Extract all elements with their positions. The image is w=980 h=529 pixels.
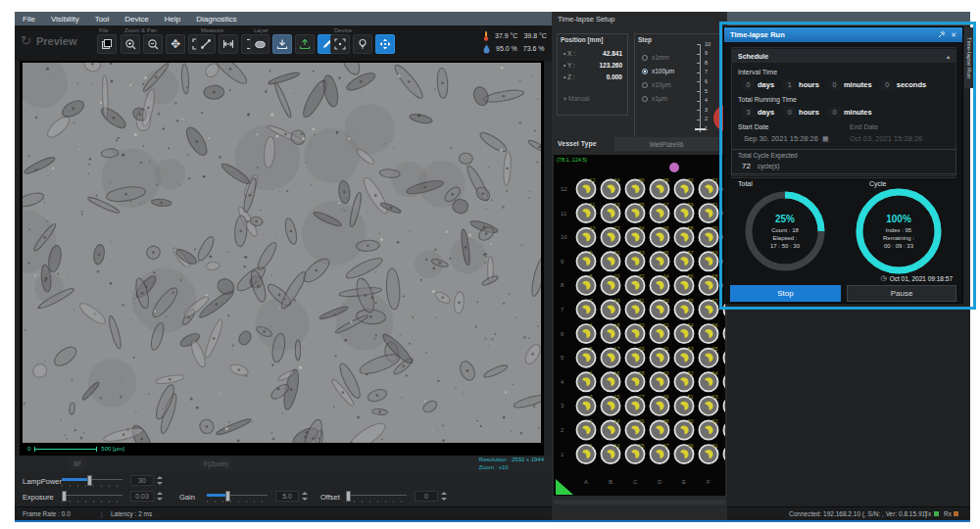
pause-button[interactable]: Pause <box>847 285 956 302</box>
ellipse-tool-button[interactable] <box>250 34 270 54</box>
zoom-in-icon <box>124 38 137 51</box>
focus-button[interactable] <box>330 34 350 54</box>
lamp-power-value[interactable]: 30 <box>130 475 154 486</box>
interval-minutes-field[interactable]: 0 <box>828 79 841 90</box>
well-plate-grid[interactable]: 1211109876543212423222120191817161514133… <box>554 155 725 496</box>
running-days-field[interactable]: 3 <box>742 107 755 118</box>
channel-tab-fzoom[interactable]: F(Zoom) <box>199 458 233 469</box>
resolution-readout: Resolution : 2592 x 1944 Zoom : x10 <box>479 457 544 471</box>
screenshot-canvas: File Visibility Tool Device Help Diagnos… <box>0 0 980 529</box>
collapse-arrow-icon[interactable]: ▴ <box>947 53 950 60</box>
group-label-measure: Measure <box>201 27 223 33</box>
offset-value[interactable]: 0 <box>415 491 438 502</box>
acquisition-controls: LampPower 30 Exposure 0.03 Gain 5.0 Offs… <box>15 472 552 506</box>
interval-hours-field[interactable]: 1 <box>783 79 796 90</box>
step-option-1um[interactable]: x1μm <box>642 95 667 102</box>
exposure-value[interactable]: 0.03 <box>130 491 154 502</box>
step-option-1mm[interactable]: x1mm <box>642 54 669 61</box>
group-label-device: Device <box>334 27 352 33</box>
running-minutes-field[interactable]: 0 <box>828 107 841 118</box>
gain-spinner[interactable] <box>301 491 309 502</box>
snapshot-button[interactable] <box>97 34 117 54</box>
timelapse-run-side-tab[interactable]: Time-lapse Run <box>964 27 974 88</box>
svg-text:3: 3 <box>561 403 564 409</box>
svg-text:38: 38 <box>663 418 669 424</box>
tx-label: Tx <box>924 510 931 517</box>
layer-import-button[interactable] <box>272 34 292 54</box>
menu-file[interactable]: File <box>23 15 35 24</box>
svg-text:5: 5 <box>561 355 564 361</box>
menu-device[interactable]: Device <box>124 15 148 24</box>
step-option-100um[interactable]: x100μm <box>642 68 674 74</box>
layer-export-button[interactable] <box>295 34 315 54</box>
position-x-value: 42.841 <box>603 50 622 57</box>
connection-status: Connected: 192.168.2.10 (, S/N: , Ver: 0… <box>789 510 927 517</box>
interval-seconds-field[interactable]: 0 <box>881 79 894 90</box>
gain-value[interactable]: 5.0 <box>275 491 299 502</box>
radio-icon <box>642 55 648 61</box>
close-icon[interactable]: ✕ <box>951 31 956 39</box>
interval-days-field[interactable]: 0 <box>742 79 755 90</box>
stage-move-button[interactable] <box>375 34 395 54</box>
channel-tab-bf[interactable]: BF <box>69 458 86 469</box>
measure-line-button[interactable] <box>196 34 216 54</box>
zoom-out-button[interactable] <box>143 34 163 54</box>
scale-bar: 0 500 [μm] <box>27 444 124 454</box>
svg-text:64: 64 <box>712 370 718 376</box>
layer-up-icon <box>299 38 311 50</box>
total-elapsed-label: Elapsed : <box>772 234 797 242</box>
menu-diagnostics[interactable]: Diagnostics <box>196 15 236 24</box>
lamp-power-slider[interactable] <box>62 475 122 485</box>
offset-slider[interactable] <box>346 491 407 501</box>
running-hours-field[interactable]: 0 <box>783 107 796 118</box>
divider <box>731 177 956 178</box>
quad-arrows-icon <box>379 38 391 50</box>
step-option-10um[interactable]: x10μm <box>642 81 671 88</box>
pin-icon[interactable] <box>938 30 946 39</box>
svg-text:31: 31 <box>639 298 645 304</box>
svg-text:34: 34 <box>639 225 645 231</box>
svg-text:4: 4 <box>561 379 564 385</box>
calendar-icon[interactable]: ▦ <box>822 135 829 142</box>
exposure-slider[interactable] <box>62 491 122 501</box>
menu-tool[interactable]: Tool <box>95 15 110 24</box>
svg-text:12: 12 <box>590 177 596 183</box>
preview-button[interactable]: ↻ Preview <box>21 33 77 48</box>
exposure-spinner[interactable] <box>156 491 164 502</box>
thermometer-icon <box>483 30 489 41</box>
svg-text:7: 7 <box>561 307 564 313</box>
lamp-button[interactable] <box>353 34 372 54</box>
svg-text:42: 42 <box>663 322 669 328</box>
lamp-power-spinner[interactable] <box>156 475 164 486</box>
svg-text:32: 32 <box>639 273 645 279</box>
plate-scrollbar[interactable] <box>554 500 725 505</box>
menu-help[interactable]: Help <box>165 15 180 24</box>
svg-text:23: 23 <box>614 202 620 208</box>
svg-text:10: 10 <box>590 225 596 231</box>
svg-text:29: 29 <box>639 346 645 352</box>
gain-slider[interactable] <box>207 491 268 501</box>
position-mode-dropdown[interactable]: ▾ Manual <box>564 95 589 103</box>
stop-button[interactable]: Stop <box>730 285 841 302</box>
svg-text:10: 10 <box>561 234 567 240</box>
focus-icon <box>334 38 346 50</box>
svg-text:4: 4 <box>590 370 593 376</box>
svg-text:57: 57 <box>688 250 694 256</box>
zoom-in-button[interactable] <box>121 34 140 54</box>
svg-text:58: 58 <box>688 225 694 231</box>
vessel-type-selector[interactable]: WellPlate96 <box>614 137 718 151</box>
menu-visibility[interactable]: Visibility <box>51 15 79 24</box>
pan-button[interactable]: ✥ <box>166 34 185 54</box>
svg-text:21: 21 <box>614 250 620 256</box>
image-viewport: 0 500 [μm] <box>20 61 544 456</box>
measure-width-button[interactable] <box>219 34 238 54</box>
svg-text:36: 36 <box>639 177 645 183</box>
svg-text:47: 47 <box>663 202 669 208</box>
offset-spinner[interactable] <box>440 491 448 502</box>
step-groupbox: Step x1mm x100μm x10μm x1μm 10987654321 <box>634 33 722 139</box>
step-scale-handle[interactable] <box>695 128 706 130</box>
position-groupbox: Position [mm] • X : 42.841 • Y : 123.260… <box>557 33 628 116</box>
well-plate-map[interactable]: (78.1, 124.5) 12111098765432124232221201… <box>554 155 725 496</box>
schedule-header[interactable]: Schedule ▴ <box>731 49 956 63</box>
svg-text:43: 43 <box>663 298 669 304</box>
